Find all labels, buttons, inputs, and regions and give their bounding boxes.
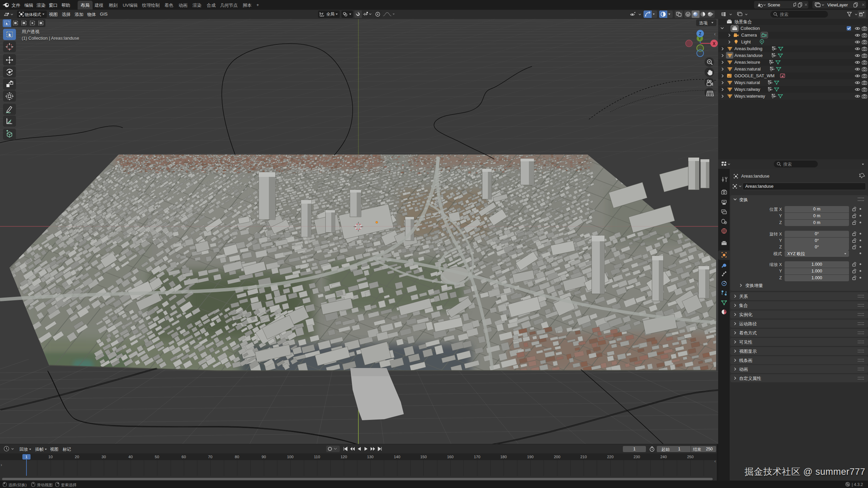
- svg-text:Y: Y: [698, 37, 701, 41]
- svg-text:X: X: [713, 41, 715, 46]
- svg-text:Z: Z: [699, 32, 701, 36]
